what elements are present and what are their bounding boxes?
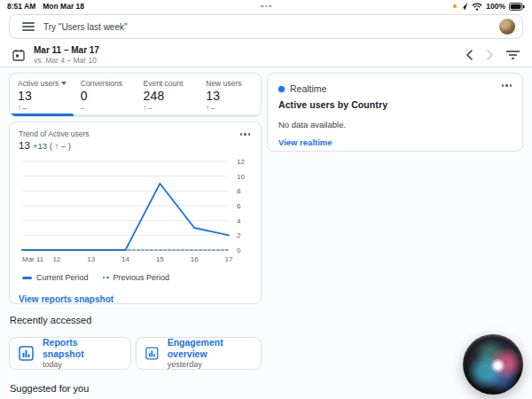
multitasking-dots-icon[interactable]	[261, 5, 271, 8]
svg-text:15: 15	[156, 255, 164, 263]
metric-tab-indicator	[10, 113, 74, 116]
view-realtime-link[interactable]: View realtime	[278, 137, 332, 147]
legend-label: Previous Period	[113, 273, 170, 282]
svg-text:2: 2	[237, 231, 241, 239]
svg-text:12: 12	[237, 158, 245, 166]
realtime-dot-icon	[278, 86, 285, 92]
metric-label: Active users	[18, 79, 59, 88]
trend-chart-svg: 024681012Mar 11121314151617	[19, 156, 252, 268]
date-range-label: Mar 11 – Mar 17	[34, 45, 99, 56]
svg-text:4: 4	[237, 217, 241, 225]
trend-chart: 024681012Mar 11121314151617	[19, 156, 252, 271]
metric-tab-conversions[interactable]: Conversions 0 –	[73, 74, 136, 116]
metrics-card: Active users 13 ↑ – Conversions 0 – Even…	[9, 73, 262, 117]
recent-card-subtitle: today	[43, 360, 121, 370]
recent-card-title: Reports snapshot	[43, 337, 121, 360]
svg-text:12: 12	[52, 255, 60, 263]
more-options-icon[interactable]	[239, 131, 253, 137]
trend-value: 13	[19, 140, 30, 151]
realtime-card: Realtime Active users by Country No data…	[267, 73, 523, 152]
metric-label: Conversions	[81, 79, 122, 88]
date-range-bar: Mar 11 – Mar 17 vs. Mar 4 – Mar 10	[0, 43, 532, 67]
menu-icon[interactable]	[22, 22, 35, 31]
metric-change: –	[81, 104, 136, 112]
legend-label: Current Period	[36, 273, 89, 282]
trend-card: Trend of Active users 13 +13 ( ↑ – ) 024…	[9, 121, 262, 304]
view-reports-snapshot-link[interactable]: View reports snapshot	[19, 294, 113, 304]
app-header: Try "Users last week"	[0, 12, 532, 43]
realtime-empty-message: No data available.	[278, 120, 512, 129]
trend-title: Trend of Active users	[19, 129, 252, 138]
realtime-subtitle: Active users by Country	[278, 99, 512, 110]
solid-line-icon	[22, 277, 32, 279]
metric-value: 13	[18, 89, 73, 103]
chevron-right-icon[interactable]	[486, 50, 494, 60]
report-chart-icon	[145, 346, 159, 361]
metric-change: ↑ –	[18, 104, 73, 112]
svg-text:17: 17	[225, 255, 233, 263]
battery-percent: 100%	[486, 2, 505, 11]
trend-change: +13 ( ↑ – )	[33, 141, 71, 151]
siri-orb[interactable]	[463, 334, 523, 395]
svg-text:10: 10	[237, 173, 245, 181]
svg-text:14: 14	[121, 255, 129, 263]
report-chart-icon	[19, 346, 34, 361]
battery-icon	[509, 3, 525, 11]
wifi-icon	[472, 3, 482, 11]
chevron-down-icon	[61, 82, 66, 85]
svg-text:0: 0	[237, 246, 241, 254]
metric-value: 0	[81, 89, 136, 103]
location-arrow-icon	[460, 3, 468, 11]
recent-card-title: Engagement overview	[168, 337, 252, 360]
screen: 8:51 AM Mon Mar 18 100% Try	[0, 0, 532, 399]
status-bar: 8:51 AM Mon Mar 18 100%	[0, 0, 532, 12]
metric-tab-event-count[interactable]: Event count 248 ↑ –	[136, 74, 199, 116]
recent-card-engagement-overview[interactable]: Engagement overview yesterday	[136, 337, 262, 370]
date-compare-label: vs. Mar 4 – Mar 10	[34, 56, 99, 65]
legend-previous-period: Previous Period	[103, 273, 170, 282]
legend-current-period: Current Period	[22, 273, 89, 282]
recently-accessed-heading: Recently accessed	[10, 315, 91, 325]
metric-change: ↑ –	[144, 104, 199, 112]
chart-legend: Current Period Previous Period	[22, 273, 252, 282]
chevron-left-icon[interactable]	[466, 50, 473, 60]
mic-indicator-dot	[453, 4, 457, 8]
svg-text:6: 6	[237, 202, 241, 210]
metric-value: 248	[144, 89, 199, 103]
realtime-title: Realtime	[290, 83, 326, 94]
svg-text:Mar 11: Mar 11	[22, 255, 44, 263]
recent-card-subtitle: yesterday	[168, 360, 252, 370]
avatar[interactable]	[499, 19, 515, 35]
search-input[interactable]: Try "Users last week"	[43, 22, 499, 32]
metric-tab-track	[10, 114, 261, 116]
metric-value: 13	[206, 89, 261, 103]
filter-icon[interactable]	[506, 50, 520, 60]
svg-text:13: 13	[87, 255, 95, 263]
calendar-icon	[12, 49, 25, 61]
metric-tab-new-users[interactable]: New users 13 ↑ –	[198, 74, 261, 116]
dotted-line-icon	[103, 277, 109, 279]
metric-change: ↑ –	[206, 104, 261, 112]
status-time: 8:51 AM	[7, 2, 35, 11]
metric-tab-active-users[interactable]: Active users 13 ↑ –	[10, 74, 73, 116]
suggested-for-you-heading: Suggested for you	[10, 383, 89, 394]
svg-text:16: 16	[191, 255, 199, 263]
metric-label: New users	[206, 79, 241, 88]
search-bar[interactable]: Try "Users last week"	[9, 14, 523, 39]
metric-label: Event count	[144, 79, 184, 88]
more-options-icon[interactable]	[500, 82, 514, 89]
recent-card-reports-snapshot[interactable]: Reports snapshot today	[9, 337, 131, 370]
svg-text:8: 8	[237, 187, 241, 195]
status-date: Mon Mar 18	[43, 2, 84, 11]
date-range-selector[interactable]: Mar 11 – Mar 17 vs. Mar 4 – Mar 10	[34, 45, 99, 65]
